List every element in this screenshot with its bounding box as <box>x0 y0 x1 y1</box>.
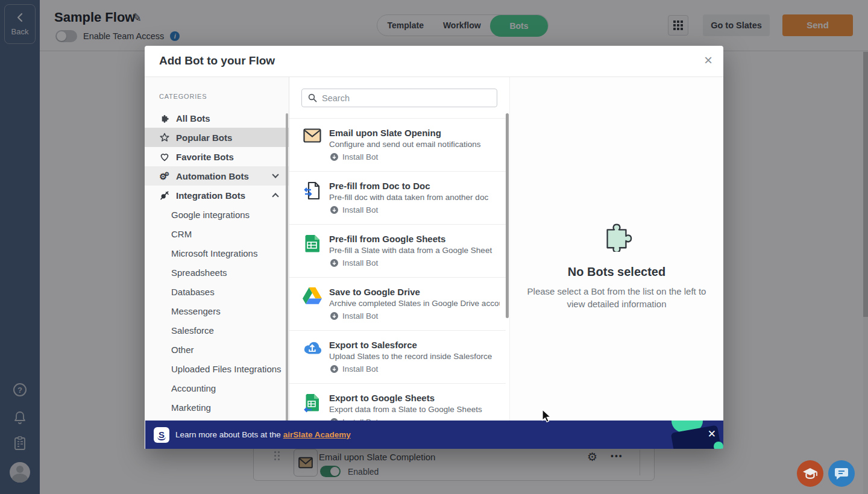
install-bot-link[interactable]: Install Bot <box>330 258 378 267</box>
install-bot-label: Install Bot <box>342 152 378 161</box>
empty-state-title: No Bots selected <box>510 265 723 279</box>
chat-widget-button[interactable] <box>828 460 855 487</box>
bot-title: Export to Google Sheets <box>329 393 500 403</box>
bot-description: Pre-fill doc with data taken from anothe… <box>329 193 500 202</box>
search-box <box>301 89 497 107</box>
category-popular-bots[interactable]: Popular Bots <box>145 128 289 147</box>
categories-scrollbar-thumb[interactable] <box>286 113 288 422</box>
bot-description: Configure and send out email notificatio… <box>329 140 500 149</box>
airslate-academy-link[interactable]: airSlate Academy <box>283 430 351 439</box>
search-icon <box>308 93 317 102</box>
subcategory-marketing[interactable]: Marketing <box>145 398 289 417</box>
banner-close-icon[interactable]: ✕ <box>708 428 716 440</box>
email-icon <box>303 128 322 148</box>
close-icon[interactable]: × <box>704 52 712 69</box>
bot-title: Email upon Slate Opening <box>329 128 500 138</box>
heart-icon <box>159 152 169 161</box>
category-label: All Bots <box>176 113 210 124</box>
bot-list-scrollbar-thumb[interactable] <box>506 113 509 318</box>
category-favorite-bots[interactable]: Favorite Bots <box>145 147 289 166</box>
bot-detail-panel: No Bots selected Please select a Bot fro… <box>509 77 723 449</box>
bot-title: Pre-fill from Doc to Doc <box>329 181 500 191</box>
install-download-icon <box>330 206 338 214</box>
install-bot-link[interactable]: Install Bot <box>330 364 378 374</box>
bot-list: Email upon Slate Opening Configure and s… <box>289 118 506 449</box>
install-bot-label: Install Bot <box>342 258 378 267</box>
bot-row-pre-fill-doc-to-doc[interactable]: Pre-fill from Doc to Doc Pre-fill doc wi… <box>289 172 506 225</box>
google-sheets-icon <box>303 234 322 254</box>
subcategory-microsoft-integrations[interactable]: Microsoft Integrations <box>145 243 289 263</box>
categories-heading: CATEGORIES <box>145 77 289 108</box>
subcategory-databases[interactable]: Databases <box>145 282 289 301</box>
subcategory-other[interactable]: Other <box>145 340 289 359</box>
google-sheets-export-icon <box>303 393 322 413</box>
bot-row-save-to-google-drive[interactable]: Save to Google Drive Archive completed S… <box>289 278 506 331</box>
category-label: Favorite Bots <box>176 152 234 162</box>
airslate-s-logo: S <box>154 427 169 443</box>
star-icon <box>159 133 169 142</box>
subcategory-messengers[interactable]: Messengers <box>145 301 289 320</box>
category-label: Popular Bots <box>176 133 232 143</box>
subcategory-accounting[interactable]: Accounting <box>145 378 289 398</box>
install-bot-label: Install Bot <box>342 364 378 374</box>
academy-banner: S Learn more about Bots at the airSlate … <box>145 421 723 449</box>
google-drive-icon <box>303 287 322 307</box>
doc-to-doc-icon <box>303 181 322 201</box>
graduation-cap-icon <box>802 467 818 480</box>
chevron-up-icon <box>272 193 278 199</box>
category-automation-bots[interactable]: ⚙⚙ Automation Bots <box>145 166 289 186</box>
category-integration-bots[interactable]: Integration Bots <box>145 186 289 205</box>
bot-description: Archive completed Slates in Google Drive… <box>329 299 500 308</box>
bot-description: Export data from a Slate to Google Sheet… <box>329 405 500 414</box>
empty-state: No Bots selected Please select a Bot fro… <box>510 219 723 310</box>
category-label: Automation Bots <box>176 171 249 181</box>
subcategory-google-integrations[interactable]: Google integrations <box>145 205 289 224</box>
modal-header: Add Bot to your Flow × <box>145 46 723 77</box>
puzzle-icon <box>599 219 634 252</box>
install-bot-label: Install Bot <box>342 205 378 214</box>
subcategory-spreadsheets[interactable]: Spreadsheets <box>145 263 289 282</box>
subcategory-salesforce[interactable]: Salesforce <box>145 320 289 340</box>
install-download-icon <box>330 153 338 161</box>
academy-widget-button[interactable] <box>797 460 823 487</box>
categories-panel: CATEGORIES All Bots Popular Bots Favorit… <box>145 77 289 449</box>
install-download-icon <box>330 312 338 320</box>
install-bot-link[interactable]: Install Bot <box>330 311 378 320</box>
banner-text: Learn more about Bots at the airSlate Ac… <box>175 430 351 439</box>
bot-description: Upload Slates to the record inside Sales… <box>329 352 500 361</box>
search-input[interactable] <box>322 93 491 103</box>
category-all-bots[interactable]: All Bots <box>145 108 289 128</box>
bot-list-panel: Email upon Slate Opening Configure and s… <box>289 77 509 449</box>
subcategory-crm[interactable]: CRM <box>145 224 289 243</box>
install-bot-label: Install Bot <box>342 311 378 320</box>
chat-bubble-icon <box>834 467 849 480</box>
add-bot-modal: Add Bot to your Flow × CATEGORIES All Bo… <box>145 46 723 449</box>
bot-title: Export to Salesforce <box>329 340 500 350</box>
bot-row-export-to-salesforce[interactable]: Export to Salesforce Upload Slates to th… <box>289 331 506 384</box>
bot-description: Pre-fill a Slate with data from a Google… <box>329 246 500 255</box>
bot-row-email-upon-slate-opening[interactable]: Email upon Slate Opening Configure and s… <box>289 119 506 172</box>
install-bot-link[interactable]: Install Bot <box>330 205 378 214</box>
subcategory-uploaded-files-integrations[interactable]: Uploaded Files Integrations <box>145 359 289 378</box>
gears-icon: ⚙⚙ <box>159 172 169 181</box>
screen: Back ? Sample Flow ✎ Enable Team Access … <box>0 0 868 494</box>
install-download-icon <box>330 259 338 267</box>
bot-title: Save to Google Drive <box>329 287 500 297</box>
install-download-icon <box>330 365 338 373</box>
salesforce-cloud-icon <box>303 340 322 360</box>
modal-title: Add Bot to your Flow <box>159 54 275 67</box>
install-bot-link[interactable]: Install Bot <box>330 152 378 161</box>
bot-title: Pre-fill from Google Sheets <box>329 234 500 244</box>
plug-icon <box>159 190 169 200</box>
empty-state-description: Please select a Bot from the list on the… <box>526 285 707 310</box>
chevron-down-icon <box>272 171 278 178</box>
category-label: Integration Bots <box>176 190 245 201</box>
puzzle-icon <box>159 113 169 123</box>
bot-row-pre-fill-google-sheets[interactable]: Pre-fill from Google Sheets Pre-fill a S… <box>289 225 506 278</box>
